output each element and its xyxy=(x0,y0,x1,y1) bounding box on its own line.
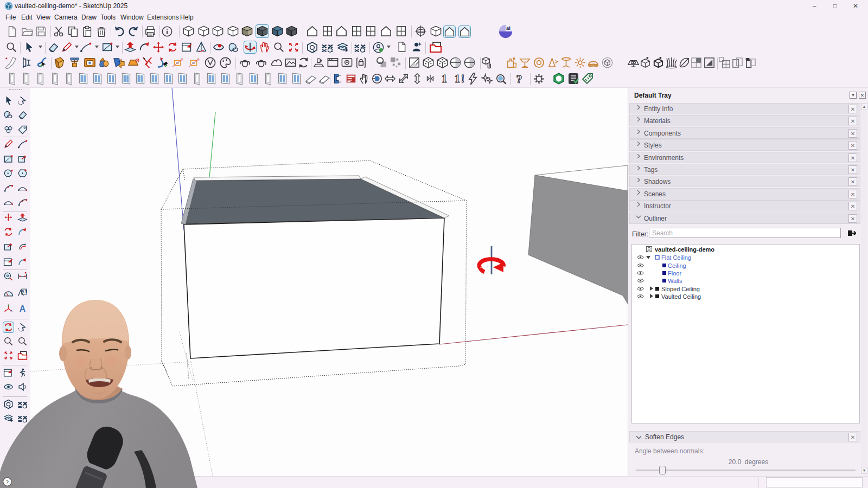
svg-text:?: ? xyxy=(6,479,9,485)
